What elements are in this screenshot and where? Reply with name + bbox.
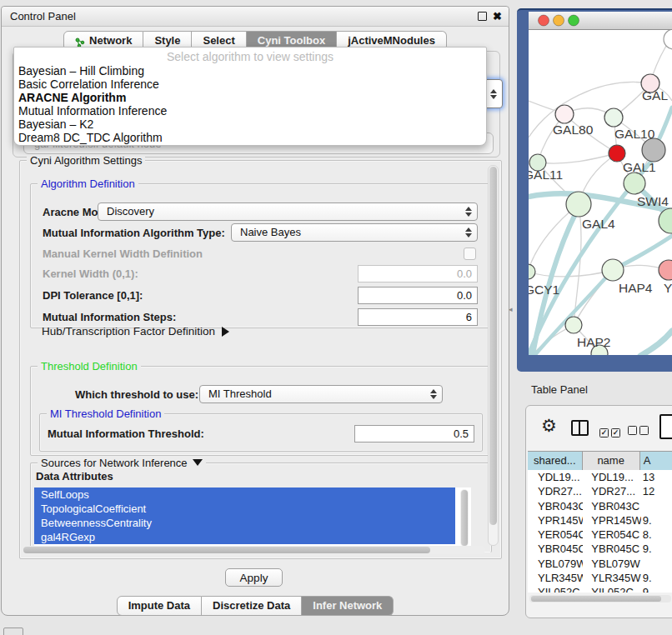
- table-row[interactable]: YDR27...YDR27...12: [528, 484, 672, 498]
- network-node-swi4[interactable]: [624, 172, 645, 194]
- table-row[interactable]: YIL052CYIL052C9.: [528, 585, 672, 592]
- mi-type-label: Mutual Information Algorithm Type:: [43, 227, 225, 239]
- list-item[interactable]: BetweennessCentrality: [34, 516, 455, 530]
- hub-definition-label: Hub/Transcription Factor Definition: [42, 325, 215, 338]
- collapse-down-icon: [193, 459, 203, 466]
- close-window-icon[interactable]: ✖: [493, 9, 502, 23]
- network-node-gal1[interactable]: [609, 145, 625, 162]
- tab-infer-network[interactable]: Infer Network: [302, 596, 394, 616]
- network-node-hap4[interactable]: [602, 259, 624, 281]
- network-node[interactable]: [664, 30, 672, 49]
- node-label: Y: [664, 281, 672, 295]
- dropdown-item-aracne[interactable]: ARACNE Algorithm: [14, 91, 486, 104]
- tab-impute-data[interactable]: Impute Data: [117, 596, 202, 616]
- column-header-name[interactable]: name: [583, 452, 640, 470]
- list-item[interactable]: SelfLoops: [34, 488, 455, 502]
- kernel-width-value: 0.0: [457, 266, 472, 282]
- float-window-icon[interactable]: [478, 12, 487, 21]
- table-row[interactable]: YPR145WYPR145W9.: [528, 513, 672, 528]
- aracne-mode-combobox[interactable]: Discovery: [98, 202, 478, 221]
- table-row[interactable]: YER054CYER054C8.: [528, 528, 672, 542]
- columns-icon[interactable]: [571, 420, 589, 436]
- table-row[interactable]: YBR045CYBR045C9.: [528, 542, 672, 556]
- combo-spinner-icon: [465, 207, 472, 217]
- table-panel: ⚙ ✓✓ shared... name A YDL19...YDL19...13…: [525, 405, 672, 618]
- combo-spinner-icon: [465, 228, 472, 238]
- kernel-width-field[interactable]: 0.0: [358, 265, 478, 282]
- network-canvas[interactable]: GAL GAL80 GAL10 GAL1 GAL11 SWI4 GAL4 GCY…: [529, 30, 672, 355]
- settings-vertical-scrollbar[interactable]: [488, 165, 499, 546]
- cyni-algorithm-settings-group: Cyni Algorithm Settings Algorithm Defini…: [19, 160, 502, 559]
- network-node-gal80[interactable]: [555, 105, 574, 123]
- mi-type-combobox[interactable]: Naive Bayes: [231, 223, 478, 242]
- kernel-width-label: Kernel Width (0,1):: [43, 268, 138, 280]
- dpi-tolerance-label: DPI Tolerance [0,1]:: [43, 289, 143, 302]
- network-view-window: GAL GAL80 GAL10 GAL1 GAL11 SWI4 GAL4 GCY…: [517, 8, 672, 372]
- dpi-tolerance-field[interactable]: 0.0: [358, 287, 478, 304]
- sources-group: Sources for Network Inference Data Attri…: [30, 462, 492, 552]
- control-panel-window: Control Panel ✖ Network Style Select: [1, 6, 509, 616]
- mi-type-value: Naive Bayes: [240, 224, 301, 241]
- network-node-gcy1[interactable]: [529, 264, 535, 279]
- manual-kernel-label: Manual Kernel Width Definition: [43, 248, 203, 260]
- algorithm-definition-group: Algorithm Definition Aracne Mode: Discov…: [30, 183, 492, 328]
- bottom-tabs: Impute Data Discretize Data Infer Networ…: [2, 596, 509, 616]
- close-traffic-light[interactable]: [539, 15, 549, 26]
- network-node-y[interactable]: [659, 260, 672, 280]
- table-body: YDL19...YDL19...13 YDR27...YDR27...12 YB…: [528, 470, 672, 592]
- gear-icon[interactable]: ⚙: [541, 416, 557, 436]
- column-header-partial[interactable]: A: [640, 452, 672, 470]
- network-node-gal4[interactable]: [566, 192, 591, 217]
- settings-horizontal-scrollbar[interactable]: [22, 546, 485, 554]
- data-attributes-list: SelfLoops TopologicalCoefficient Between…: [34, 488, 471, 548]
- mi-threshold-label: Mutual Information Threshold:: [48, 428, 204, 440]
- table-toolbar: ⚙ ✓✓: [526, 406, 672, 449]
- data-attributes-label: Data Attributes: [36, 470, 113, 482]
- dropdown-item-dream8[interactable]: Dream8 DC_TDC Algorithm: [14, 131, 486, 144]
- hub-definition-expander[interactable]: Hub/Transcription Factor Definition: [42, 325, 229, 338]
- threshold-definition-group: Threshold Definition Which threshold to …: [30, 366, 492, 456]
- select-all-checkboxes-icon[interactable]: ✓✓: [599, 423, 623, 438]
- network-node-gal10[interactable]: [604, 108, 623, 127]
- deselect-all-checkboxes-icon[interactable]: [628, 423, 651, 438]
- dropdown-placeholder: Select algorithm to view settings: [14, 48, 486, 64]
- table-row[interactable]: YLR345WYLR345W9.: [528, 571, 672, 585]
- table-row[interactable]: YBL079WYBL079W: [528, 557, 672, 571]
- group-title: Algorithm Definition: [38, 178, 138, 190]
- minimized-panel-icon[interactable]: [3, 628, 23, 635]
- desktop: Control Panel ✖ Network Style Select: [0, 0, 672, 635]
- mi-steps-field[interactable]: 6: [358, 308, 478, 326]
- document-icon[interactable]: [659, 414, 672, 439]
- sources-expander[interactable]: Sources for Network Inference: [38, 457, 206, 469]
- apply-button[interactable]: Apply: [225, 568, 283, 587]
- mi-threshold-field[interactable]: 0.5: [354, 425, 474, 442]
- expand-right-icon: [222, 327, 229, 337]
- control-panel-title: Control Panel: [10, 7, 76, 26]
- which-threshold-combobox[interactable]: MI Threshold: [199, 385, 443, 403]
- tab-label: Infer Network: [313, 597, 382, 615]
- dropdown-item-bayesian-k2[interactable]: Bayesian – K2: [14, 118, 486, 131]
- minimize-traffic-light[interactable]: [554, 15, 564, 26]
- group-title: MI Threshold Definition: [47, 408, 164, 420]
- tab-discretize-data[interactable]: Discretize Data: [202, 596, 302, 616]
- dropdown-item-basic-correlation[interactable]: Basic Correlation Inference: [14, 78, 486, 91]
- table-row[interactable]: YDL19...YDL19...13: [528, 470, 672, 484]
- network-node-hap2[interactable]: [565, 317, 582, 333]
- list-item[interactable]: TopologicalCoefficient: [34, 502, 455, 516]
- table-horizontal-scrollbar[interactable]: [529, 595, 671, 602]
- tab-label: Impute Data: [128, 597, 190, 615]
- table-panel-title: Table Panel: [531, 383, 588, 396]
- dropdown-item-mutual-information[interactable]: Mutual Information Inference: [14, 104, 486, 118]
- dropdown-item-bayesian-hill-climbing[interactable]: Bayesian – Hill Climbing: [14, 64, 486, 78]
- table-row[interactable]: YBR043CYBR043C: [528, 499, 672, 513]
- network-node-gray[interactable]: [642, 138, 665, 162]
- list-scrollbar[interactable]: [460, 489, 469, 547]
- manual-kernel-checkbox[interactable]: [464, 248, 476, 260]
- which-threshold-label: Which threshold to use:: [75, 388, 198, 401]
- list-item[interactable]: gal4RGexp: [34, 530, 455, 544]
- splitter-collapse-icon[interactable]: ◂: [509, 305, 513, 313]
- zoom-traffic-light[interactable]: [569, 15, 579, 26]
- column-header-shared-name[interactable]: shared...: [528, 452, 583, 470]
- node-label: GAL1: [623, 160, 656, 174]
- node-label: HAP4: [619, 281, 653, 295]
